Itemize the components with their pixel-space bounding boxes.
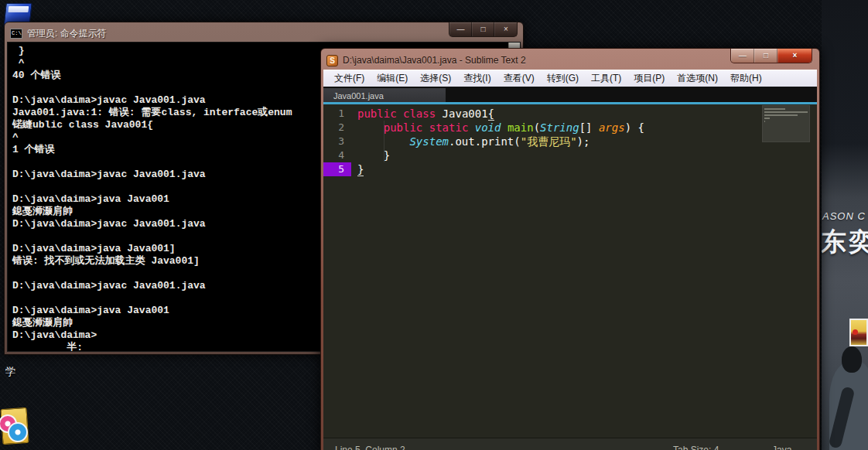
sublime-titlebar[interactable]: S D:\java\daima\Java001.java - Sublime T… bbox=[323, 51, 817, 70]
minimize-button[interactable]: — bbox=[449, 22, 472, 36]
gutter-line-number: 1 bbox=[323, 107, 351, 121]
indent-guide bbox=[384, 121, 384, 162]
cmd-window-controls: — □ × bbox=[449, 22, 518, 37]
wallpaper-figure-head bbox=[842, 346, 862, 373]
menu-item[interactable]: 文件(F) bbox=[328, 72, 371, 85]
wallpaper-strip: ASON C 东奕 bbox=[822, 0, 868, 450]
close-button[interactable]: × bbox=[494, 22, 517, 36]
minimap-line bbox=[764, 121, 765, 122]
menu-item[interactable]: 工具(T) bbox=[585, 72, 627, 85]
code-line: public static void main(String[] args) { bbox=[357, 121, 817, 135]
status-cursor-position: Line 5, Column 2 bbox=[335, 445, 405, 450]
menu-item[interactable]: 查找(I) bbox=[457, 72, 497, 85]
minimize-button[interactable]: — bbox=[731, 49, 754, 63]
close-button[interactable]: × bbox=[777, 49, 812, 63]
cmd-window-title: 管理员: 命令提示符 bbox=[27, 27, 107, 40]
wallpaper-text-large: 东奕 bbox=[822, 225, 868, 260]
desktop-icon-label[interactable]: 学 bbox=[5, 365, 15, 379]
tabbar: Java001.java bbox=[323, 87, 817, 104]
gutter-line-number: 2 bbox=[323, 121, 351, 135]
sublime-window: S D:\java\daima\Java001.java - Sublime T… bbox=[320, 48, 820, 450]
code-line: } bbox=[357, 148, 817, 162]
desktop-icon-folder-discs[interactable] bbox=[0, 407, 31, 448]
gutter-line-number: 3 bbox=[323, 135, 351, 148]
code-line: } bbox=[357, 162, 817, 176]
icon-detail bbox=[8, 6, 29, 12]
code-area[interactable]: public class Java001{ public static void… bbox=[351, 104, 817, 438]
code-line: public class Java001{ bbox=[357, 107, 817, 121]
editor-area[interactable]: 12345 public class Java001{ public stati… bbox=[323, 104, 817, 438]
code-line: System.out.print("我曹尼玛"); bbox=[357, 135, 817, 148]
minimap-line bbox=[764, 118, 770, 119]
menu-item[interactable]: 首选项(N) bbox=[671, 72, 724, 85]
desktop-icon-anime[interactable] bbox=[849, 319, 868, 346]
cmd-icon: C:\ bbox=[10, 29, 22, 39]
gutter: 12345 bbox=[323, 104, 351, 438]
gutter-line-number: 5 bbox=[323, 162, 351, 176]
sublime-window-title: D:\java\daima\Java001.java - Sublime Tex… bbox=[343, 55, 526, 66]
minimap-line bbox=[764, 111, 808, 113]
disc-blue-icon bbox=[8, 422, 28, 442]
menu-item[interactable]: 项目(P) bbox=[627, 72, 671, 85]
cmd-titlebar[interactable]: C:\ 管理员: 命令提示符 — □ × bbox=[7, 25, 521, 42]
menu-item[interactable]: 编辑(E) bbox=[371, 72, 414, 85]
menu-item[interactable]: 转到(G) bbox=[541, 72, 585, 85]
statusbar: Line 5, Column 2 Tab Size: 4 Java bbox=[323, 438, 817, 450]
menu-item[interactable]: 帮助(H) bbox=[724, 72, 768, 85]
menu-item[interactable]: 查看(V) bbox=[497, 72, 541, 85]
gutter-line-number: 4 bbox=[323, 148, 351, 162]
menubar: 文件(F)编辑(E)选择(S)查找(I)查看(V)转到(G)工具(T)项目(P)… bbox=[323, 70, 817, 87]
minimap[interactable] bbox=[762, 105, 810, 142]
menu-item[interactable]: 选择(S) bbox=[414, 72, 457, 85]
maximize-button[interactable]: □ bbox=[754, 49, 777, 63]
maximize-button[interactable]: □ bbox=[472, 22, 494, 36]
desktop: { "desktop": { "icon_label_partial": "学"… bbox=[0, 0, 868, 450]
icon-detail bbox=[853, 329, 858, 335]
minimap-line bbox=[764, 114, 798, 116]
status-syntax[interactable]: Java bbox=[772, 445, 791, 450]
status-tab-size[interactable]: Tab Size: 4 bbox=[673, 445, 719, 450]
minimap-line bbox=[764, 108, 785, 110]
sublime-app-icon: S bbox=[326, 55, 338, 66]
wallpaper-text: ASON C bbox=[822, 210, 866, 222]
sublime-window-controls: — □ × bbox=[730, 49, 812, 63]
